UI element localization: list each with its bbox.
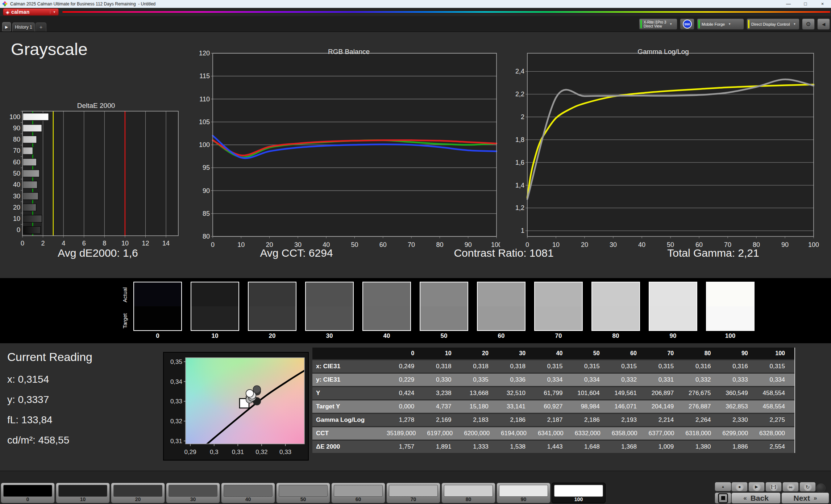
tab-scroll-button[interactable]: ▶ — [2, 22, 11, 31]
maximize-button[interactable]: □ — [797, 0, 814, 8]
strip-swatch-level-label: 60 — [477, 332, 525, 340]
svg-text:0,3: 0,3 — [210, 449, 219, 455]
pattern-window-button[interactable] — [715, 492, 731, 504]
svg-text:0,31: 0,31 — [170, 438, 182, 445]
table-cell: 1,891 — [424, 441, 461, 453]
pattern-level-button-10[interactable]: 10 — [56, 483, 110, 503]
window-pattern-icon — [718, 493, 728, 503]
table-cell: 0,315 — [609, 360, 646, 373]
table-cell: 0,229 — [387, 374, 424, 386]
measure-series-button[interactable]: [··] — [765, 482, 782, 492]
table-cell: 206,897 — [646, 387, 683, 399]
measure-loop-button[interactable]: ↻ — [799, 482, 816, 492]
meter-dropdown[interactable]: X-Rite i1Pro 3 Direct View ▼ — [639, 18, 677, 30]
pattern-up-button[interactable]: ▲ — [715, 482, 731, 491]
table-column-header-90: 90 — [720, 348, 757, 359]
strip-swatch-target — [306, 306, 353, 330]
table-row: Target Y0,0004,73715,18033,14160,92798,9… — [312, 400, 794, 413]
strip-swatch-10 — [191, 282, 239, 331]
strip-swatch-50 — [420, 282, 468, 331]
table-cell: 0,000 — [387, 400, 424, 413]
stat-contrast-ratio: Contrast Ratio: 1081 — [454, 247, 553, 259]
add-tab-button[interactable]: + — [36, 22, 46, 32]
pattern-level-label: 20 — [111, 496, 165, 502]
pattern-level-button-70[interactable]: 70 — [386, 483, 440, 503]
brand-name: calman — [11, 9, 30, 15]
pattern-level-swatch — [113, 485, 162, 497]
table-cell: 2,186 — [498, 414, 535, 426]
tab-history-1[interactable]: History 1 — [12, 22, 35, 32]
table-column-header-0: 0 — [387, 348, 424, 359]
measure-once-button[interactable]: ▶ — [748, 482, 765, 492]
source-dropdown-label: Mobile Forge — [702, 22, 725, 26]
svg-text:20: 20 — [13, 204, 20, 211]
collapse-panel-button[interactable]: ◀ — [817, 18, 830, 30]
svg-text:80: 80 — [13, 136, 20, 143]
strip-swatch-level-label: 50 — [420, 332, 468, 340]
svg-text:10: 10 — [13, 215, 20, 222]
svg-text:10: 10 — [121, 240, 129, 247]
svg-text:0,33: 0,33 — [279, 449, 291, 455]
calman-menu-button[interactable]: ◈ calman ▼ — [3, 8, 59, 16]
strip-swatch-actual — [592, 282, 639, 306]
svg-text:50: 50 — [351, 241, 358, 248]
table-cell: 0,332 — [683, 374, 720, 386]
table-cell: 458,554 — [757, 400, 794, 413]
pattern-level-button-80[interactable]: 80 — [441, 483, 495, 503]
up-arrow-icon: ▲ — [722, 485, 725, 488]
strip-swatch-target — [191, 306, 238, 330]
pattern-level-label: 100 — [552, 496, 605, 502]
reading-fl: fL: 133,84 — [7, 414, 53, 426]
close-button[interactable]: × — [814, 0, 831, 8]
svg-text:2: 2 — [41, 240, 45, 247]
pattern-level-button-60[interactable]: 60 — [331, 483, 385, 503]
pattern-level-button-100[interactable]: 100 — [552, 483, 606, 503]
pattern-level-label: 90 — [497, 496, 550, 502]
pattern-level-button-0[interactable]: 0 — [1, 483, 55, 503]
strip-swatch-actual — [535, 282, 582, 306]
measure-continuous-button[interactable]: ∞ — [782, 482, 799, 492]
table-cell: 13,668 — [461, 387, 498, 399]
meter-mode-button[interactable]: 550 — [680, 18, 694, 30]
svg-text:8: 8 — [103, 240, 106, 247]
strip-swatch-actual — [649, 282, 697, 306]
pattern-level-swatch — [334, 485, 383, 497]
display-control-dropdown[interactable]: Direct Display Control ▼ — [747, 18, 799, 30]
chevrons-right-icon: » — [814, 495, 817, 502]
reading-cdm2: cd/m²: 458,55 — [7, 434, 69, 446]
stop-icon: ■ — [738, 485, 740, 489]
table-cell: 2,554 — [757, 441, 794, 453]
pattern-level-label: 60 — [332, 496, 385, 502]
table-column-header-30: 30 — [498, 348, 535, 359]
pattern-level-swatch — [58, 485, 107, 497]
pattern-level-button-30[interactable]: 30 — [166, 483, 220, 503]
table-cell: 0,318 — [498, 360, 535, 373]
next-button[interactable]: Next » — [781, 492, 829, 504]
table-cell: 2,214 — [646, 414, 683, 426]
table-cell: 276,675 — [683, 387, 720, 399]
table-header-blank — [312, 348, 387, 359]
svg-text:0,32: 0,32 — [255, 449, 267, 455]
table-cell: 1,278 — [387, 414, 424, 426]
pattern-level-button-90[interactable]: 90 — [496, 483, 550, 503]
stop-measure-button[interactable]: ■ — [731, 482, 748, 492]
svg-text:80: 80 — [436, 241, 443, 248]
actual-row-label: Actual — [122, 282, 129, 307]
pattern-level-button-20[interactable]: 20 — [111, 483, 165, 503]
back-button[interactable]: « Back — [731, 492, 781, 504]
pattern-level-swatch — [224, 485, 273, 497]
pattern-level-button-40[interactable]: 40 — [221, 483, 275, 503]
strip-swatch-target — [249, 306, 296, 330]
settings-button[interactable]: ⚙ — [802, 18, 815, 30]
table-cell: 2,275 — [757, 414, 794, 426]
minimize-button[interactable]: — — [780, 0, 797, 8]
strip-swatch-target — [478, 306, 525, 330]
table-cell: 0,335 — [461, 374, 498, 386]
table-cell: 6332,000 — [573, 427, 610, 440]
svg-text:80: 80 — [203, 233, 210, 240]
table-cell: 60,927 — [535, 400, 572, 413]
svg-text:110: 110 — [199, 96, 210, 103]
source-dropdown[interactable]: Mobile Forge ▼ — [697, 18, 744, 30]
svg-text:115: 115 — [199, 72, 210, 80]
pattern-level-button-50[interactable]: 50 — [276, 483, 330, 503]
